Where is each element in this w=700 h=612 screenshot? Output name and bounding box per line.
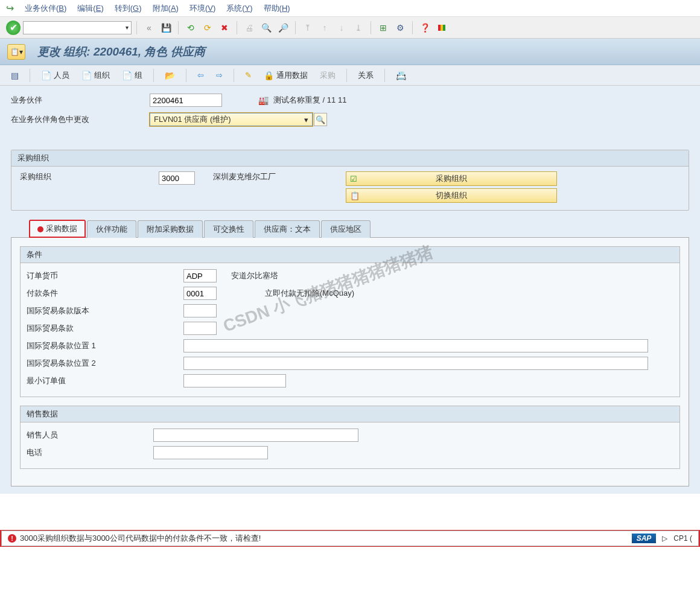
menu-environment[interactable]: 环境(V): [189, 3, 215, 14]
locator-button[interactable]: ▤: [7, 69, 22, 81]
incoterms-loc2-field[interactable]: [183, 357, 648, 370]
back-collapse-icon[interactable]: «: [142, 21, 156, 35]
tab-interchangeability[interactable]: 可交换性: [204, 220, 253, 238]
min-order-label: 最小订单值: [27, 375, 183, 386]
tab-partner-functions[interactable]: 伙伴功能: [87, 220, 136, 238]
standard-toolbar: ✔ ▾ « 💾 ⟲ ⟳ ✖ 🖨 🔍 🔎 ⤒ ↑ ↓ ⤓ ⊞ ⚙ ❓: [0, 17, 700, 39]
payment-terms-field[interactable]: [183, 287, 217, 300]
tab-supply-region[interactable]: 供应地区: [321, 220, 371, 238]
layout-toggle-icon[interactable]: ▷: [662, 534, 667, 543]
save-button[interactable]: 💾: [159, 21, 173, 35]
partner-description: 测试名称重复 / 11 11: [273, 95, 346, 106]
purchasing-org-group: 采购组织 采购组织 深圳麦克维尔工厂 ☑采购组织 📋切换组织: [11, 150, 689, 211]
factory-icon: 🏭: [258, 95, 269, 105]
purchasing-button: 采购: [316, 69, 339, 82]
error-icon: !: [8, 534, 16, 543]
command-field[interactable]: ▾: [23, 21, 132, 34]
object-services-button[interactable]: 📋▾: [7, 44, 25, 60]
group-button[interactable]: 📄组: [118, 69, 146, 82]
enter-button[interactable]: ✔: [6, 21, 21, 35]
check-button[interactable]: ✎: [241, 69, 255, 81]
switch-org-button[interactable]: 📋切换组织: [346, 188, 557, 203]
print-button: 🖨: [242, 21, 256, 35]
title-bar: 📋▾ 更改 组织: 2200461, 角色 供应商: [0, 39, 700, 65]
partner-label: 业务伙伴: [11, 95, 150, 106]
tab-additional-purchasing[interactable]: 附加采购数据: [138, 220, 203, 238]
next-page-button: ↓: [334, 21, 349, 35]
settings-button[interactable]: 📇: [392, 69, 410, 81]
menu-help[interactable]: 帮助(H): [264, 3, 290, 14]
role-f4-button[interactable]: 🔍: [314, 113, 327, 126]
salesperson-label: 销售人员: [27, 430, 153, 441]
role-label: 在业务伙伴角色中更改: [11, 114, 150, 125]
tab-purchasing-data[interactable]: 采购数据: [29, 220, 86, 238]
incoterms-loc2-label: 国际贸易条款位置 2: [27, 358, 183, 369]
svg-rect-0: [438, 25, 441, 31]
payment-terms-label: 付款条件: [27, 288, 183, 299]
org-button[interactable]: 📄组织: [78, 69, 113, 82]
layout-button[interactable]: [434, 21, 449, 35]
sales-data-group: 销售数据 销售人员 电话: [20, 406, 680, 469]
relationships-button[interactable]: 关系: [354, 69, 377, 82]
status-message: 3000采购组织数据与3000公司代码数据中的付款条件不一致，请检查!: [20, 533, 261, 544]
sap-logo: SAP: [632, 534, 657, 543]
find-next-button: 🔎: [276, 21, 290, 35]
session-info: CP1 (: [673, 534, 692, 543]
purch-org-field[interactable]: [159, 171, 195, 185]
incoterms-version-field[interactable]: [183, 304, 217, 317]
shortcut-button[interactable]: ⚙: [393, 21, 407, 35]
person-button[interactable]: 📄人员: [37, 69, 73, 82]
tab-content: 条件 订单货币 安道尔比塞塔 付款条件 立即付款无扣除(McQuay) 国际贸易…: [11, 237, 689, 486]
purchasing-org-group-title: 采购组织: [11, 150, 689, 167]
find-button: 🔍: [259, 21, 273, 35]
last-page-button: ⤓: [351, 21, 366, 35]
menu-business-partner[interactable]: 业务伙伴(B): [25, 3, 66, 14]
nav-forward-button[interactable]: ⇨: [212, 69, 226, 81]
menu-goto[interactable]: 转到(G): [115, 3, 142, 14]
svg-rect-2: [443, 25, 445, 31]
incoterms-version-label: 国际贸易条款版本: [27, 305, 183, 316]
general-data-button[interactable]: 🔒通用数据: [260, 69, 311, 82]
status-bar: ! 3000采购组织数据与3000公司代码数据中的付款条件不一致，请检查! SA…: [1, 531, 699, 546]
order-currency-field[interactable]: [183, 269, 217, 282]
svg-rect-1: [441, 25, 443, 31]
min-order-field[interactable]: [183, 374, 286, 387]
nav-back-button[interactable]: ⇦: [194, 69, 208, 81]
conditions-title: 条件: [21, 247, 679, 263]
first-page-button: ⤒: [301, 21, 315, 35]
order-currency-desc: 安道尔比塞塔: [231, 270, 278, 281]
purch-org-desc: 深圳麦克维尔工厂: [213, 171, 346, 182]
sales-data-title: 销售数据: [21, 406, 679, 422]
menubar: ↪ 业务伙伴(B) 编辑(E) 转到(G) 附加(A) 环境(V) 系统(Y) …: [0, 0, 700, 17]
cancel-button[interactable]: ✖: [217, 21, 232, 35]
salesperson-field[interactable]: [153, 429, 358, 442]
menu-extras[interactable]: 附加(A): [153, 3, 179, 14]
incoterms-loc1-field[interactable]: [183, 339, 648, 352]
dropdown-icon: ▾: [304, 115, 308, 124]
indicator-icon: [37, 226, 43, 232]
help-button[interactable]: ❓: [418, 21, 432, 35]
tab-strip: 采购数据 伙伴功能 附加采购数据 可交换性 供应商：文本 供应地区: [11, 219, 689, 238]
conditions-group: 条件 订单货币 安道尔比塞塔 付款条件 立即付款无扣除(McQuay) 国际贸易…: [20, 246, 680, 397]
menu-edit[interactable]: 编辑(E): [77, 3, 103, 14]
open-button[interactable]: 📂: [161, 69, 179, 81]
new-session-button[interactable]: ⊞: [376, 21, 390, 35]
exit-button[interactable]: ⟳: [200, 21, 215, 35]
purch-org-label: 采购组织: [20, 171, 159, 182]
phone-field[interactable]: [153, 446, 268, 459]
dropdown-icon: ▾: [126, 24, 129, 31]
back-button[interactable]: ⟲: [183, 21, 198, 35]
payment-terms-desc: 立即付款无扣除(McQuay): [265, 288, 354, 299]
menu-system[interactable]: 系统(Y): [226, 3, 252, 14]
header-form: 业务伙伴 🏭 测试名称重复 / 11 11 在业务伙伴角色中更改 FLVN01 …: [0, 86, 700, 139]
purch-org-button[interactable]: ☑采购组织: [346, 171, 557, 186]
incoterms-loc1-label: 国际贸易条款位置 1: [27, 340, 183, 351]
tab-vendor-texts[interactable]: 供应商：文本: [255, 220, 320, 238]
role-select[interactable]: FLVN01 供应商 (维护) ▾: [150, 113, 313, 126]
order-currency-label: 订单货币: [27, 270, 183, 281]
incoterms-field[interactable]: [183, 322, 217, 335]
phone-label: 电话: [27, 447, 153, 458]
partner-field[interactable]: [150, 94, 222, 107]
incoterms-label: 国际贸易条款: [27, 323, 183, 334]
menu-exit-icon[interactable]: ↪: [6, 2, 14, 14]
